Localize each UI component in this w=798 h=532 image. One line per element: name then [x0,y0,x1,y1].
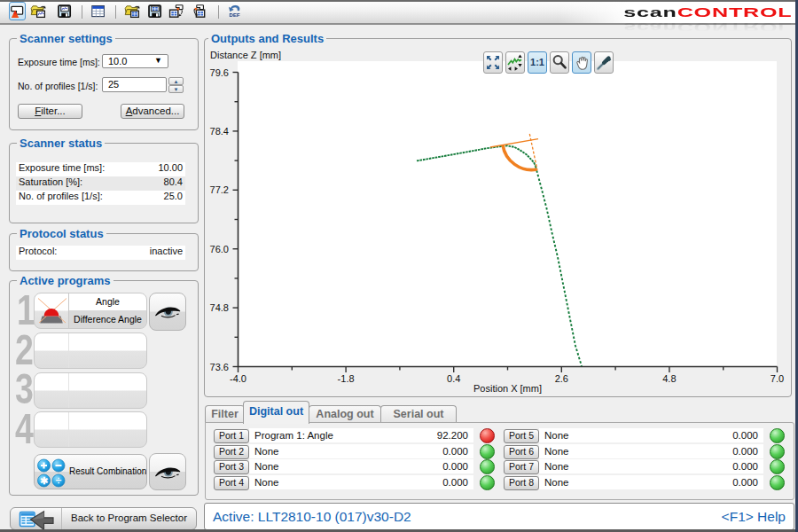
svg-text:Position X [mm]: Position X [mm] [473,383,542,394]
svg-text:76.0: 76.0 [210,244,229,254]
svg-text:7.0: 7.0 [771,373,784,384]
svg-text:77.2: 77.2 [210,184,229,195]
svg-text:79.6: 79.6 [210,67,229,78]
svg-text:-4.0: -4.0 [230,373,246,384]
svg-text:0.4: 0.4 [447,373,460,384]
svg-text:-1.8: -1.8 [338,373,355,384]
svg-text:74.8: 74.8 [210,302,229,313]
svg-text:÷: ÷ [56,474,62,487]
svg-text:78.4: 78.4 [210,126,229,137]
svg-text:73.6: 73.6 [210,362,229,372]
svg-text:4.8: 4.8 [662,373,676,384]
svg-text:DEF: DEF [230,12,240,18]
svg-text:2.6: 2.6 [555,373,568,384]
svg-text:✱: ✱ [40,475,48,486]
